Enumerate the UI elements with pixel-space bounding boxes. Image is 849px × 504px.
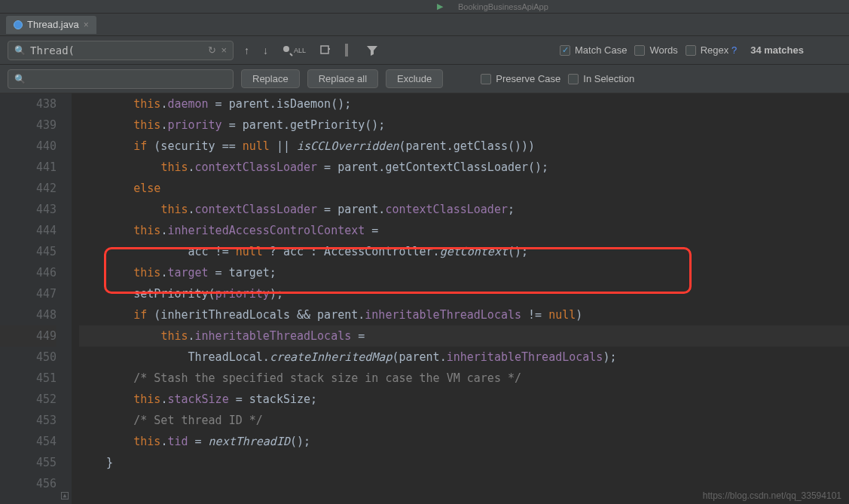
line-444: this.inheritedAccessControlContext = (79, 220, 849, 241)
add-selection-icon[interactable] (316, 43, 334, 58)
checkbox-icon (481, 74, 491, 84)
line-449: this.inheritableThreadLocals = (79, 325, 849, 347)
tab-thread-java[interactable]: Thread.java × (6, 16, 96, 34)
history-icon[interactable]: ↻ (208, 44, 216, 56)
line-445: acc != null ? acc : AccessController.get… (79, 241, 849, 262)
line-gutter: 438439440 441442443 444445446 447448449 … (0, 93, 72, 504)
line-451: /* Stash the specified stack size in cas… (79, 368, 849, 389)
checkbox-icon (568, 74, 579, 84)
in-selection-checkbox[interactable]: In Selection (568, 73, 634, 84)
search-icon: 🔍 (14, 74, 26, 84)
code-editor[interactable]: 438439440 441442443 444445446 447448449 … (0, 93, 849, 504)
match-case-checkbox[interactable]: Match Case (560, 44, 627, 56)
top-menu-bar: ▶ BookingBusinessApiApp (0, 0, 849, 14)
line-450: ThreadLocal.createInheritedMap(parent.in… (79, 347, 849, 368)
java-class-icon (14, 20, 23, 29)
tab-close-icon[interactable]: × (84, 20, 89, 30)
svg-rect-0 (321, 46, 328, 53)
fold-marker-icon[interactable]: ▲ (61, 492, 69, 499)
line-443: this.contextClassLoader = parent.context… (79, 199, 849, 220)
replace-input[interactable] (30, 73, 227, 85)
match-count: 34 matches (750, 44, 804, 56)
regex-checkbox[interactable]: Regex ? (686, 44, 737, 56)
line-439: this.priority = parent.getPriority(); (79, 115, 849, 136)
run-config-label[interactable]: BookingBusinessApiApp (458, 2, 548, 11)
exclude-button[interactable]: Exclude (386, 69, 443, 88)
search-icon: 🔍 (14, 45, 26, 56)
next-match-button[interactable]: ↓ (260, 43, 271, 58)
code-area[interactable]: this.daemon = parent.isDaemon(); this.pr… (72, 93, 849, 504)
find-input[interactable] (30, 44, 203, 57)
filter-icon[interactable] (363, 43, 381, 58)
line-455: this.tid = nextThreadID(); (79, 431, 849, 452)
line-447: setPriority(priority); (79, 283, 849, 304)
line-452: this.stackSize = stackSize; (79, 389, 849, 410)
help-icon[interactable]: ? (731, 44, 737, 56)
separator-icon (345, 44, 348, 57)
line-442: else (79, 178, 849, 199)
replace-all-button[interactable]: Replace all (307, 69, 378, 88)
line-456: } (79, 452, 849, 473)
find-input-box[interactable]: 🔍 ↻ × (8, 41, 234, 60)
tab-filename: Thread.java (27, 19, 79, 30)
preserve-case-checkbox[interactable]: Preserve Case (481, 73, 560, 84)
checkbox-icon (560, 45, 570, 56)
find-toolbar: 🔍 ↻ × ↑ ↓ ALL Match Case Words Regex ? 3… (0, 36, 849, 65)
line-454: /* Set thread ID */ (79, 410, 849, 431)
prev-match-button[interactable]: ↑ (241, 43, 252, 58)
clear-icon[interactable]: × (221, 44, 227, 56)
checkbox-icon (634, 45, 645, 56)
line-446: this.target = target; (79, 262, 849, 283)
editor-tabs: Thread.java × (0, 14, 849, 36)
select-all-icon[interactable]: ALL (279, 43, 309, 58)
watermark: https://blog.csdn.net/qq_33594101 (703, 490, 841, 501)
checkbox-icon (686, 45, 696, 56)
line-441: this.contextClassLoader = parent.getCont… (79, 157, 849, 178)
words-checkbox[interactable]: Words (634, 44, 677, 56)
line-438: this.daemon = parent.isDaemon(); (79, 93, 849, 115)
replace-input-box[interactable]: 🔍 (8, 69, 234, 89)
replace-button[interactable]: Replace (241, 69, 300, 88)
line-440: if (security == null || isCCLOverridden(… (79, 136, 849, 157)
replace-toolbar: 🔍 Replace Replace all Exclude Preserve C… (0, 65, 849, 93)
line-448: if (inheritThreadLocals && parent.inheri… (79, 304, 849, 325)
